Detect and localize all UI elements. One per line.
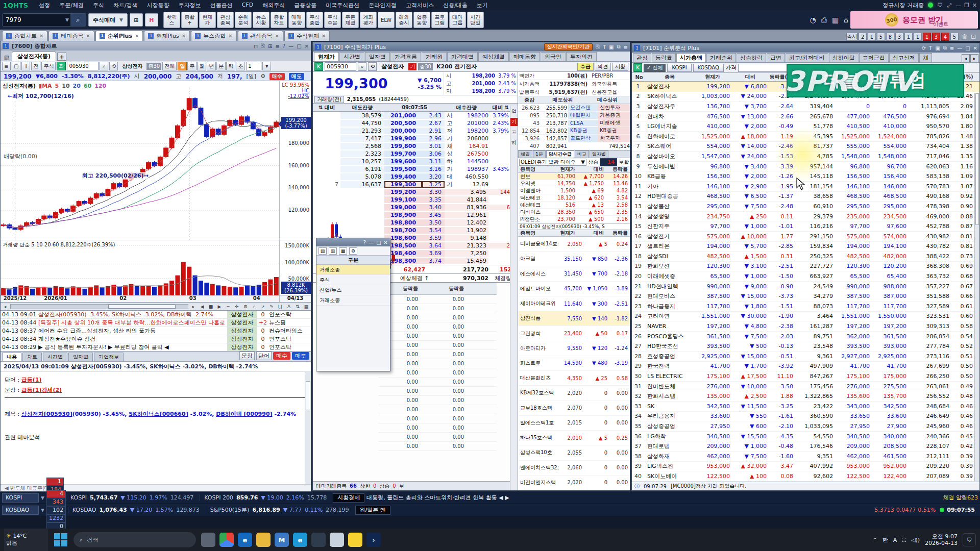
supply-tab[interactable]: 체결	[518, 151, 532, 158]
toolbar-button[interactable]: 뉴스 시황	[253, 12, 270, 28]
sell-button[interactable]: 매도	[292, 352, 309, 360]
category-row[interactable]: 주식	[316, 275, 390, 285]
toolbar-button[interactable]: 프로 그램	[431, 12, 448, 28]
table-row[interactable]: 23 하나금융지 117,700 ▼ 1,800 -1.51 88,073 11…	[632, 302, 979, 312]
theme-rate-row[interactable]: 0.000.00	[378, 350, 497, 359]
draw-tools-icon[interactable]: ✎	[268, 304, 275, 309]
filter-all[interactable]: ✓ 전체	[644, 64, 666, 72]
list-icon[interactable]: ≣	[624, 44, 628, 50]
list-item[interactable]: 하나35호스택 2,010▲ 50.25	[518, 431, 630, 445]
window-tab[interactable]: 1 현재Plus ✕	[144, 31, 190, 41]
quote-tab[interactable]: 일자별	[365, 52, 390, 61]
list-item[interactable]: 삼성스팩10호 2,05500.00	[518, 445, 630, 460]
broker-row[interactable]: 43213,787 CLSA 미래에셋	[518, 119, 630, 127]
alarm-clock-icon[interactable]: ◔	[810, 16, 816, 24]
ask-price[interactable]: 201,000	[384, 112, 422, 119]
ask-price[interactable]: 199,500	[384, 166, 422, 172]
quick-screen-button[interactable]: 3	[895, 33, 903, 41]
quick-screen-button[interactable]: 3	[932, 33, 940, 41]
theme-rate-row[interactable]: 0.000.00	[378, 396, 497, 405]
rank-tab[interactable]: 체	[919, 53, 932, 62]
ask-row[interactable]: 2,568 199,800 3.01 체 164.91	[313, 142, 518, 150]
ask-row[interactable]: 10,257 199,600 3.11 하 144500	[313, 158, 518, 165]
table-row[interactable]: 19 한화오션 120,300 ▼ 3,100 -2.51 227,727 12…	[632, 262, 979, 272]
word-toggle[interactable]: 단어	[256, 352, 272, 360]
quote-tab[interactable]: 가격대별	[447, 52, 478, 61]
column-header[interactable]: 대비	[732, 73, 769, 81]
table-row[interactable]: 26 POSCO홀딩스 361,500 ▼ 7,500 -2.03 89,751…	[632, 332, 979, 342]
app-mail[interactable]: M	[275, 533, 289, 547]
list-icon[interactable]: ≣	[950, 45, 954, 51]
chart-icon[interactable]: ▤	[318, 247, 327, 255]
clock-widget[interactable]: 오전 9:07 2026-04-13	[925, 533, 958, 546]
close-button[interactable]: ✕	[972, 2, 977, 9]
quick-screen-button[interactable]: 2	[859, 33, 867, 41]
calculator-icon[interactable]: ▦	[832, 16, 839, 24]
menu-item[interactable]: 주식	[88, 2, 109, 9]
window-tab[interactable]: 1 테마종목 ✕	[48, 31, 94, 41]
scroll-right-icon[interactable]: ▸	[190, 304, 197, 309]
content-tab[interactable]: 내용	[2, 353, 21, 361]
ime-korean-icon[interactable]: 한	[883, 536, 888, 544]
quote-tab[interactable]: 시간별	[339, 52, 364, 61]
chart-scrollbar[interactable]	[10, 304, 188, 309]
ask-price[interactable]: 199,700	[384, 151, 422, 157]
sell-button[interactable]: 매도	[289, 73, 304, 80]
app-browser2[interactable]: e	[293, 533, 307, 547]
quote-code-input[interactable]: 005930	[325, 62, 356, 71]
menu-item[interactable]: 설정	[34, 2, 55, 9]
table-row[interactable]: 16 삼성전기 575,000 ▲ 10,000 1.77 291,150 57…	[632, 232, 979, 242]
chevron-down-icon[interactable]: ▼	[64, 17, 70, 22]
menu-item[interactable]: 해외주식	[258, 2, 289, 9]
dropdown-icon[interactable]: ▾	[262, 62, 271, 70]
content-tab[interactable]: 차트	[22, 353, 42, 361]
ime-mode-icon[interactable]: A	[893, 537, 897, 543]
scrollbar[interactable]	[305, 372, 311, 484]
table-row[interactable]: 13 삼성물산 295,000 ▼ 7,500 -2.48 60,910 295…	[632, 202, 979, 212]
quick-screen-button[interactable]: 1	[923, 33, 931, 41]
table-row[interactable]: 30 LS ELECTRIC 175,100 ▲ 17,500 11.10 84…	[632, 371, 979, 382]
broker-row[interactable]: 12,854162,802 KB증권 KB증권	[518, 127, 630, 135]
supply-tab[interactable]: 일자별	[590, 151, 608, 158]
link-icon[interactable]: ⤢	[947, 2, 951, 9]
chat-icon[interactable]: 🗨	[937, 2, 943, 9]
ask-price[interactable]: 199,900	[384, 135, 422, 142]
gear-icon[interactable]: ⚙	[242, 304, 249, 309]
help-icon[interactable]: ?	[363, 240, 366, 245]
list-item[interactable]: 대산문화리츠 4,350▲ 250.58	[518, 371, 630, 386]
close-icon[interactable]: ✕	[182, 33, 186, 39]
period-button[interactable]: 월	[197, 62, 206, 70]
trend-line-icon[interactable]: ↗	[259, 304, 266, 309]
stock-type-icon[interactable]: 좌	[57, 62, 66, 70]
menu-item[interactable]: 차트/검색	[109, 2, 142, 9]
close-icon[interactable]: ✕	[228, 33, 232, 39]
ask-price[interactable]: 199,800	[384, 143, 422, 149]
menu-item[interactable]: 고객서비스	[401, 2, 438, 9]
minimize-button[interactable]: —	[288, 43, 293, 49]
menu-item[interactable]: 온라인지점	[364, 2, 401, 9]
rank-tab[interactable]: 급변	[767, 53, 785, 62]
app-chat[interactable]	[348, 533, 362, 547]
app-chrome[interactable]	[219, 533, 234, 547]
table-row[interactable]: 18 삼성SDI 482,500 ▲ 1,500 0.31 250,325 48…	[632, 252, 979, 262]
list-item[interactable]: 교보18호스택 2,07000.00	[518, 401, 630, 416]
start-button[interactable]	[53, 532, 68, 547]
theme-rate-row[interactable]: 0.000.00	[378, 442, 497, 451]
content-tab[interactable]: 기업정보	[94, 353, 124, 361]
play-icon[interactable]: ▶	[216, 304, 223, 309]
ask-row[interactable]: 21,293 200,000 2.91 저 198200 3.79%	[313, 127, 518, 135]
table-row[interactable]: 5 LG에너지솔 410,000 ▼ 2,000 -0.49 51,778 41…	[632, 121, 979, 132]
maximize-button[interactable]: □	[376, 240, 381, 245]
stock-code-input[interactable]	[3, 16, 64, 23]
candlestick-chart[interactable]: 삼성전자(봉) ▮MA 510 2060 120 ←최저 102,700(12/…	[1, 81, 311, 240]
scroll-left-icon[interactable]: ◂	[2, 304, 9, 309]
quick-screen-button[interactable]: 즉시	[846, 33, 857, 41]
table-row[interactable]: 14 삼성생명 234,750 ▲ 250 0.11 29,379 235,00…	[632, 212, 979, 222]
close-icon[interactable]: ✕	[135, 33, 139, 39]
ask-price[interactable]: 199,400	[384, 173, 422, 180]
menu-item[interactable]: 미국주식옵션	[321, 2, 364, 9]
dropdown-icon[interactable]: ▼	[41, 508, 44, 513]
quick-screen-button[interactable]: 8	[886, 33, 894, 41]
chart-tool-button[interactable]: 주식	[41, 62, 56, 70]
quote-tab[interactable]: 매매동향	[509, 52, 540, 61]
